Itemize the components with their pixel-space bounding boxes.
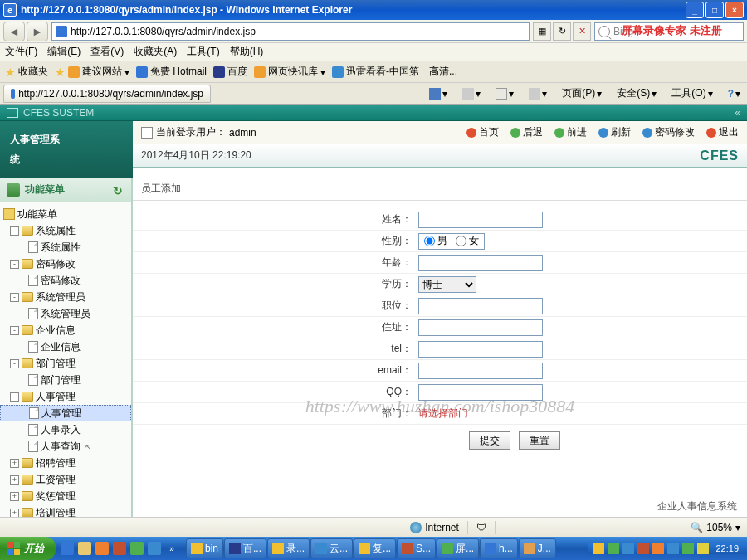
action-pwd[interactable]: 密码修改 (642, 125, 695, 139)
tree-hr[interactable]: -人事管理 (0, 388, 131, 405)
menu-tools[interactable]: 工具(T) (187, 45, 219, 59)
input-tel[interactable] (418, 341, 543, 358)
tb-print-button[interactable]: ▾ (525, 86, 550, 101)
task-item[interactable]: 录... (267, 538, 310, 558)
expand-icon[interactable]: + (10, 475, 19, 485)
tray-icon[interactable] (608, 543, 619, 554)
input-age[interactable] (418, 255, 543, 271)
tree-reward[interactable]: +奖惩管理 (0, 488, 131, 504)
collapse-icon[interactable]: « (735, 107, 740, 119)
tree-pwd-child[interactable]: 密码修改 (0, 272, 131, 289)
tree-training[interactable]: +培训管理 (0, 504, 131, 517)
tree-sysadmin[interactable]: -系统管理员 (0, 289, 131, 305)
ql-app1[interactable] (94, 539, 110, 558)
tree-salary[interactable]: +工资管理 (0, 471, 131, 488)
tb-safety-button[interactable]: 安全(S) ▾ (613, 85, 660, 102)
reset-button[interactable]: 重置 (519, 431, 560, 450)
radio-female[interactable]: 女 (456, 234, 479, 248)
input-addr[interactable] (418, 319, 543, 336)
tb-page-button[interactable]: 页面(P) ▾ (559, 85, 605, 102)
clock[interactable]: 22:19 (712, 543, 742, 553)
stop-button[interactable]: ✕ (573, 22, 591, 41)
compat-view-button[interactable]: ▦ (533, 22, 551, 41)
task-item[interactable]: J... (519, 538, 556, 558)
select-edu[interactable]: 博士 (418, 276, 476, 293)
ql-app2[interactable] (111, 539, 128, 558)
fav-suggest[interactable]: ★建议网站 ▾ (55, 65, 129, 79)
task-item[interactable]: S... (397, 538, 436, 558)
ql-desktop[interactable] (76, 539, 93, 558)
input-name[interactable] (418, 212, 543, 228)
start-button[interactable]: 开始 (0, 537, 56, 560)
collapse-icon[interactable]: - (10, 226, 19, 236)
address-input[interactable]: http://127.0.0.1:8080/qyrs/admin/index.j… (51, 22, 530, 41)
fav-baidu[interactable]: 百度 (213, 65, 247, 79)
action-logout[interactable]: 退出 (706, 125, 739, 139)
radio-male[interactable]: 男 (424, 234, 447, 248)
tree-recruit[interactable]: +招聘管理 (0, 455, 131, 471)
tree-sysattr[interactable]: -系统属性 (0, 222, 131, 239)
tree-corp[interactable]: -企业信息 (0, 322, 131, 338)
expand-icon[interactable]: + (10, 459, 19, 468)
action-home[interactable]: 首页 (466, 125, 499, 139)
tree-root[interactable]: 功能菜单 (0, 206, 131, 222)
tab-current[interactable]: http://127.0.0.1:8080/qyrs/admin/index.j… (3, 85, 211, 103)
minimize-button[interactable]: _ (686, 2, 704, 18)
ql-ie[interactable] (59, 539, 76, 558)
task-item[interactable]: 百... (224, 538, 266, 558)
collapse-icon[interactable]: - (10, 326, 19, 335)
ql-app3[interactable] (129, 539, 145, 558)
refresh-icon[interactable]: ↻ (113, 184, 124, 196)
tray-icon[interactable] (622, 543, 634, 554)
tree-pwd[interactable]: -密码修改 (0, 256, 131, 272)
menu-view[interactable]: 查看(V) (90, 45, 124, 59)
task-item[interactable]: bin (186, 538, 223, 558)
submit-button[interactable]: 提交 (469, 431, 510, 450)
nav-forward-button[interactable]: ► (27, 22, 48, 41)
expand-icon[interactable]: + (10, 509, 19, 518)
input-email[interactable] (418, 363, 543, 379)
tree-dept[interactable]: -部门管理 (0, 355, 131, 372)
task-item[interactable]: 屏... (437, 538, 479, 558)
menu-help[interactable]: 帮助(H) (230, 45, 264, 59)
tree-hr-input[interactable]: 人事录入 (0, 421, 131, 438)
tray-icon[interactable] (667, 543, 679, 554)
tree-corp-child[interactable]: 企业信息 (0, 338, 131, 355)
collapse-icon[interactable]: - (10, 260, 19, 269)
tray-icon[interactable] (652, 543, 664, 554)
nav-back-button[interactable]: ◄ (3, 22, 25, 41)
zoom-control[interactable]: 🔍 105% ▾ (691, 522, 740, 533)
tb-feed-button[interactable]: ▾ (459, 86, 484, 101)
ql-more[interactable]: » (164, 539, 180, 558)
collapse-icon[interactable]: - (10, 293, 19, 302)
action-forward[interactable]: 前进 (554, 125, 587, 139)
tree-hr-query[interactable]: 人事查询↖ (0, 438, 131, 455)
expand-icon[interactable]: + (10, 492, 19, 501)
fav-xunlei[interactable]: 迅雷看看-中国第一高清... (332, 65, 457, 79)
collapse-icon[interactable]: - (10, 392, 19, 402)
favorites-button[interactable]: ★收藏夹 (5, 65, 48, 79)
tb-home-button[interactable]: ▾ (426, 86, 451, 101)
input-job[interactable] (418, 298, 543, 314)
refresh-button[interactable]: ↻ (553, 22, 571, 41)
tb-help-button[interactable]: ?▾ (725, 86, 744, 101)
fav-hotmail[interactable]: 免费 Hotmail (136, 65, 207, 79)
tray-icon[interactable] (682, 543, 694, 554)
menu-file[interactable]: 文件(F) (5, 45, 37, 59)
task-item[interactable]: h... (480, 538, 518, 558)
tree-sysadmin-child[interactable]: 系统管理员 (0, 305, 131, 322)
action-refresh[interactable]: 刷新 (598, 125, 631, 139)
action-back[interactable]: 后退 (510, 125, 543, 139)
menu-favorites[interactable]: 收藏夹(A) (134, 45, 177, 59)
input-qq[interactable] (418, 384, 543, 401)
close-button[interactable]: × (725, 2, 744, 18)
select-dept-link[interactable]: 请选择部门 (418, 407, 468, 421)
maximize-button[interactable]: □ (706, 2, 724, 18)
fav-webkx[interactable]: 网页快讯库 ▾ (254, 65, 325, 79)
task-item[interactable]: 云... (310, 538, 353, 558)
tb-tools-button[interactable]: 工具(O) ▾ (668, 85, 715, 102)
ql-app4[interactable] (146, 539, 163, 558)
collapse-icon[interactable]: - (10, 359, 19, 368)
tree-dept-child[interactable]: 部门管理 (0, 372, 131, 388)
tray-icon[interactable] (697, 543, 709, 554)
